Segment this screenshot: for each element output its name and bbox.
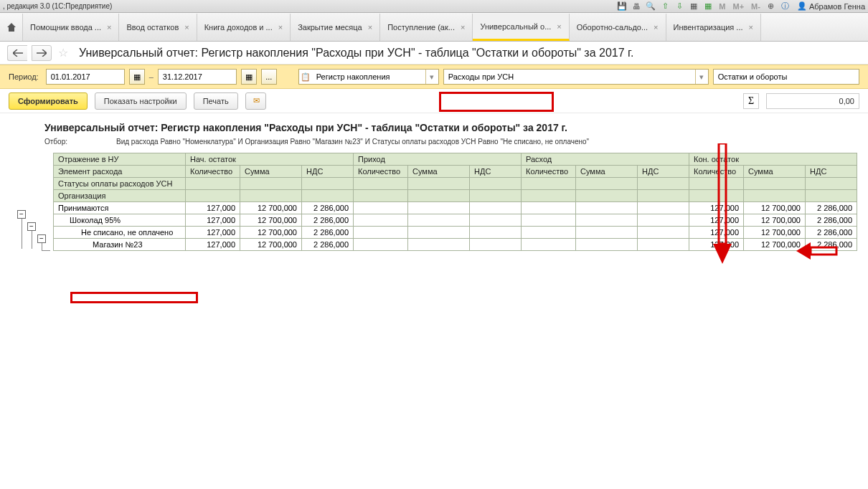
cell: 12 700,000: [744, 214, 806, 227]
download-icon[interactable]: ⇩: [674, 1, 685, 11]
tree-collapse-1[interactable]: −: [17, 210, 26, 219]
tab-close-icon[interactable]: ×: [278, 23, 283, 32]
tab-close-icon[interactable]: ×: [654, 23, 658, 32]
report-filter-label: Отбор:: [44, 138, 116, 146]
email-button[interactable]: ✉: [245, 92, 266, 110]
report-title: Универсальный отчет: Регистр накопления …: [44, 122, 859, 133]
tab-1[interactable]: Ввод остатков×: [119, 14, 197, 41]
register-name-select[interactable]: Расходы при УСН ▾: [443, 69, 709, 85]
sigma-button[interactable]: Σ: [743, 93, 759, 109]
cell: 127,000: [186, 214, 240, 227]
calendar-icon[interactable]: ▦: [702, 1, 714, 11]
upload-icon[interactable]: ⇧: [659, 1, 671, 11]
tree-collapse-2[interactable]: −: [27, 222, 36, 231]
tab-close-icon[interactable]: ×: [749, 23, 753, 32]
tab-close-icon[interactable]: ×: [184, 23, 189, 32]
tab-2[interactable]: Книга доходов и ...×: [197, 14, 291, 41]
hdr-group: Нач. остаток: [186, 153, 354, 166]
zoom-mplus-button[interactable]: M+: [731, 1, 747, 11]
nav-row: ☆ Универсальный отчет: Регистр накоплени…: [0, 42, 868, 65]
hdr-empty: [240, 190, 302, 202]
row-label: Не списано, не оплачено: [54, 227, 186, 239]
system-bar: , редакция 3.0 (1С:Предприятие) 💾 🖶 🔍 ⇧ …: [0, 0, 868, 13]
cell: [354, 227, 408, 239]
form-button[interactable]: Сформировать: [9, 92, 88, 110]
hdr-empty: [470, 190, 522, 202]
period-from-input[interactable]: [46, 69, 125, 85]
zoom-in-icon[interactable]: ⊕: [765, 1, 777, 11]
register-type-select[interactable]: 📋 Регистр накопления ▾: [298, 69, 439, 85]
tab-3[interactable]: Закрытие месяца×: [291, 14, 380, 41]
settings-button[interactable]: Показать настройки: [95, 92, 187, 110]
hdr-empty: [806, 178, 857, 190]
back-button[interactable]: [7, 45, 27, 61]
tab-close-icon[interactable]: ×: [461, 23, 465, 32]
tab-0[interactable]: Помощник ввода ...×: [23, 14, 119, 41]
tab-close-icon[interactable]: ×: [107, 23, 111, 32]
print-button[interactable]: Печать: [194, 92, 238, 110]
sysbar-icons: 💾 🖶 🔍 ⇧ ⇩ ▦ ▦ M M+ M- ⊕ ⓘ 👤 Абрамов Генн…: [616, 1, 865, 11]
period-to-input[interactable]: [158, 69, 237, 85]
home-button[interactable]: [0, 14, 23, 41]
cell: 12 700,000: [744, 202, 806, 214]
cell: [354, 214, 408, 227]
tab-close-icon[interactable]: ×: [557, 22, 561, 31]
zoom-m-button[interactable]: M: [717, 1, 727, 11]
calendar-to-button[interactable]: ▦: [241, 69, 257, 85]
tab-strip: Помощник ввода ...×Ввод остатков×Книга д…: [0, 13, 868, 42]
tab-4[interactable]: Поступление (ак...×: [380, 14, 473, 41]
cell: [576, 214, 638, 227]
table-row[interactable]: Принимаются127,00012 700,0002 286,000127…: [54, 202, 857, 214]
favorite-star-icon[interactable]: ☆: [56, 46, 70, 60]
hdr-row-2: Элемент расхода: [54, 166, 186, 178]
preview-icon[interactable]: 🔍: [645, 1, 656, 11]
period-picker-button[interactable]: ...: [261, 69, 277, 85]
cell: [576, 239, 638, 251]
tab-close-icon[interactable]: ×: [368, 23, 372, 32]
hdr-row-1: Отражение в НУ: [54, 153, 186, 166]
cell: 127,000: [689, 227, 744, 239]
hdr-empty: [408, 190, 470, 202]
envelope-icon: ✉: [253, 96, 260, 105]
cell: 12 700,000: [240, 214, 302, 227]
user-label[interactable]: 👤 Абрамов Генна: [794, 1, 865, 11]
tree-collapse-3[interactable]: −: [37, 234, 46, 243]
cell: [408, 214, 470, 227]
hdr-sub: Количество: [354, 166, 408, 178]
tab-label: Помощник ввода ...: [30, 23, 101, 32]
table-row[interactable]: Не списано, не оплачено127,00012 700,000…: [54, 227, 857, 239]
info-icon[interactable]: ⓘ: [780, 1, 791, 11]
cell: 2 286,000: [302, 239, 354, 251]
cell: [470, 202, 522, 214]
chevron-down-icon[interactable]: ▾: [425, 70, 438, 84]
app-title: , редакция 3.0 (1С:Предприятие): [3, 2, 616, 10]
tab-label: Книга доходов и ...: [204, 23, 273, 32]
calc-icon[interactable]: ▦: [688, 1, 699, 11]
cell: 127,000: [186, 202, 240, 214]
print-icon[interactable]: 🖶: [631, 1, 642, 11]
calendar-from-button[interactable]: ▦: [129, 69, 145, 85]
period-dash: –: [149, 72, 154, 81]
hdr-sub: Сумма: [744, 166, 806, 178]
table-select[interactable]: Остатки и обороты: [713, 69, 859, 85]
cell: [638, 227, 689, 239]
hdr-empty: [522, 178, 576, 190]
cell: 12 700,000: [744, 239, 806, 251]
tab-5[interactable]: Универсальный о...×: [473, 14, 569, 41]
tab-6[interactable]: Оборотно-сальдо...×: [570, 14, 666, 41]
hdr-sub: Количество: [689, 166, 744, 178]
tab-label: Оборотно-сальдо...: [577, 23, 648, 32]
zoom-mminus-button[interactable]: M-: [749, 1, 763, 11]
hdr-sub: Сумма: [576, 166, 638, 178]
forward-button[interactable]: [32, 45, 52, 61]
table-row[interactable]: Шоколад 95%127,00012 700,0002 286,000127…: [54, 214, 857, 227]
form-button-label: Сформировать: [18, 97, 78, 105]
chevron-down-icon[interactable]: ▾: [695, 70, 708, 84]
cell: [576, 227, 638, 239]
tab-label: Поступление (ак...: [387, 23, 455, 32]
tab-7[interactable]: Инвентаризация ...×: [666, 14, 761, 41]
save-icon[interactable]: 💾: [616, 1, 628, 11]
cell: [470, 239, 522, 251]
hdr-empty: [638, 190, 689, 202]
table-row[interactable]: Магазин №23127,00012 700,0002 286,000127…: [54, 239, 857, 251]
